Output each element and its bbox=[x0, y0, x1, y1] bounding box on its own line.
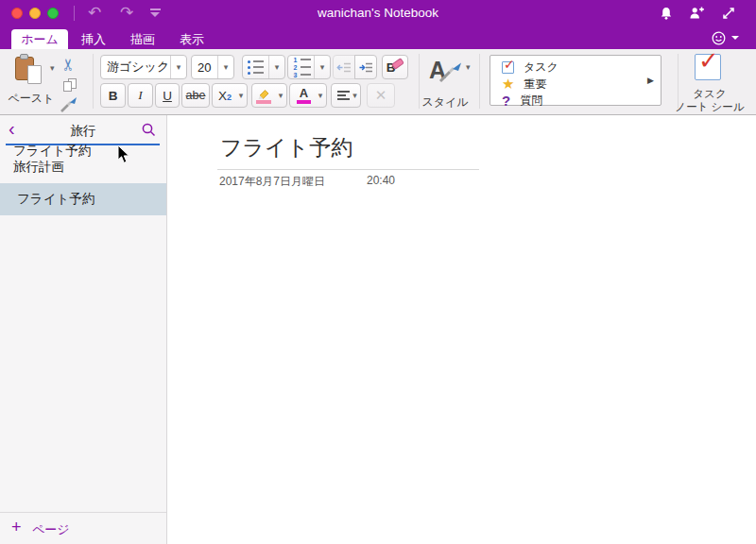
style-brush-icon bbox=[438, 62, 463, 83]
subscript-button[interactable]: X2 ▾ bbox=[212, 83, 248, 108]
tag-gallery-flyout-icon[interactable]: ▶ bbox=[647, 76, 654, 85]
highlighter-icon bbox=[256, 88, 271, 104]
tab-view[interactable]: 表示 bbox=[172, 29, 212, 49]
font-name-select[interactable]: 游ゴシック ▾ bbox=[100, 55, 187, 79]
font-name-value: 游ゴシック bbox=[101, 59, 170, 76]
copy-icon[interactable] bbox=[63, 78, 78, 93]
font-size-value: 20 bbox=[192, 60, 217, 75]
numbered-list-dropdown-icon[interactable]: ▾ bbox=[314, 56, 330, 78]
add-page-label: ページ bbox=[32, 521, 70, 538]
paste-button[interactable] bbox=[15, 54, 43, 84]
task-sticker-label: タスク ノート シール bbox=[664, 87, 755, 113]
decrease-indent-button[interactable] bbox=[333, 55, 355, 79]
notebook-title: wanichan's Notebook bbox=[0, 0, 756, 26]
increase-indent-icon bbox=[358, 61, 373, 74]
font-name-dropdown-icon[interactable]: ▾ bbox=[170, 56, 186, 78]
increase-indent-button[interactable] bbox=[354, 55, 377, 79]
bold-button[interactable]: B bbox=[100, 83, 126, 108]
sticker-check-icon: ✓ bbox=[698, 46, 719, 76]
bullet-list-icon bbox=[248, 60, 264, 75]
task-sticker-button[interactable]: ✓ bbox=[695, 54, 721, 80]
decrease-indent-icon bbox=[336, 61, 352, 74]
group-divider bbox=[479, 54, 480, 109]
mouse-cursor bbox=[117, 144, 131, 168]
delete-button[interactable]: ✕ bbox=[367, 83, 395, 108]
paragraph-align-button[interactable]: ▾ bbox=[331, 83, 361, 108]
ribbon-toolbar: ▾ ペースト ✂ 游ゴシック ▾ 20 ▾ ▾ 1 2 bbox=[0, 49, 756, 115]
font-size-select[interactable]: 20 ▾ bbox=[191, 55, 234, 79]
styles-label: スタイル bbox=[414, 94, 476, 110]
tag-question[interactable]: ? 質問 bbox=[502, 92, 542, 109]
highlight-color-button[interactable]: ▾ bbox=[251, 83, 287, 108]
bullet-list-button[interactable]: ▾ bbox=[242, 55, 285, 79]
important-star-icon: ★ bbox=[502, 76, 514, 93]
add-page-bar[interactable]: + ページ bbox=[0, 512, 166, 544]
italic-button[interactable]: I bbox=[128, 83, 153, 108]
page-canvas[interactable]: フライト予約 2017年8月7日月曜日 20:40 bbox=[167, 115, 756, 544]
paste-label: ペースト bbox=[2, 91, 60, 107]
search-result-item[interactable]: 旅行計画 bbox=[13, 159, 64, 176]
highlight-dropdown-icon[interactable]: ▾ bbox=[275, 84, 286, 107]
tab-insert[interactable]: 挿入 bbox=[74, 29, 113, 49]
notifications-bell-icon[interactable] bbox=[659, 6, 674, 25]
tab-draw[interactable]: 描画 bbox=[123, 29, 163, 49]
ribbon-tab-bar: ホーム 挿入 描画 表示 bbox=[0, 26, 756, 49]
share-add-person-icon[interactable] bbox=[689, 6, 705, 25]
strikethrough-button[interactable]: abe bbox=[181, 83, 210, 108]
page-list-item-selected[interactable]: フライト予約 bbox=[0, 183, 166, 215]
font-color-dropdown-icon[interactable]: ▾ bbox=[315, 84, 326, 107]
page-sidebar: ‹ 旅行 フライト予約 旅行計画 フライト予約 + ページ bbox=[0, 115, 167, 544]
styles-button[interactable]: A bbox=[427, 57, 465, 89]
group-divider bbox=[93, 54, 94, 109]
feedback-dropdown-icon[interactable] bbox=[731, 36, 739, 40]
tag-gallery: ✓ タスク ★ 重要 ? 質問 ▶ bbox=[490, 55, 662, 106]
delete-x-icon: ✕ bbox=[375, 87, 387, 104]
paste-dropdown-icon[interactable]: ▾ bbox=[50, 63, 55, 73]
subscript-dropdown-icon[interactable]: ▾ bbox=[235, 84, 247, 107]
font-color-button[interactable]: 1 A ▾ bbox=[289, 83, 327, 108]
align-icon bbox=[337, 91, 350, 100]
question-mark-icon: ? bbox=[502, 93, 510, 109]
font-color-icon: 1 A bbox=[297, 88, 311, 104]
title-underline bbox=[217, 169, 479, 170]
tag-task[interactable]: ✓ タスク bbox=[502, 59, 558, 76]
search-result-item[interactable]: フライト予約 bbox=[13, 143, 91, 160]
onenote-window: ↶ ↷ wanichan's Notebook ホーム 挿入 描画 表示 bbox=[0, 0, 756, 544]
numbered-list-button[interactable]: 1 2 3 ▾ bbox=[287, 55, 331, 79]
format-painter-icon[interactable] bbox=[60, 96, 78, 116]
plus-icon: + bbox=[11, 518, 22, 537]
fullscreen-expand-icon[interactable] bbox=[721, 6, 736, 25]
page-title[interactable]: フライト予約 bbox=[220, 133, 352, 162]
task-checkbox-icon: ✓ bbox=[502, 61, 514, 74]
titlebar: ↶ ↷ wanichan's Notebook bbox=[0, 0, 756, 26]
tab-home[interactable]: ホーム bbox=[11, 29, 68, 49]
font-size-dropdown-icon[interactable]: ▾ bbox=[217, 56, 233, 78]
bullet-list-dropdown-icon[interactable]: ▾ bbox=[268, 56, 284, 78]
cut-scissors-icon[interactable]: ✂ bbox=[59, 58, 78, 71]
tag-important[interactable]: ★ 重要 bbox=[502, 76, 546, 93]
page-time: 20:40 bbox=[367, 174, 395, 187]
align-dropdown-icon[interactable]: ▾ bbox=[350, 84, 360, 107]
numbered-list-icon: 1 2 3 bbox=[293, 58, 311, 77]
clear-formatting-button[interactable]: B bbox=[382, 55, 408, 79]
styles-dropdown-icon[interactable]: ▾ bbox=[466, 62, 471, 72]
search-icon[interactable] bbox=[141, 122, 157, 142]
page-date: 2017年8月7日月曜日 bbox=[219, 174, 325, 190]
underline-button[interactable]: U bbox=[155, 83, 180, 108]
